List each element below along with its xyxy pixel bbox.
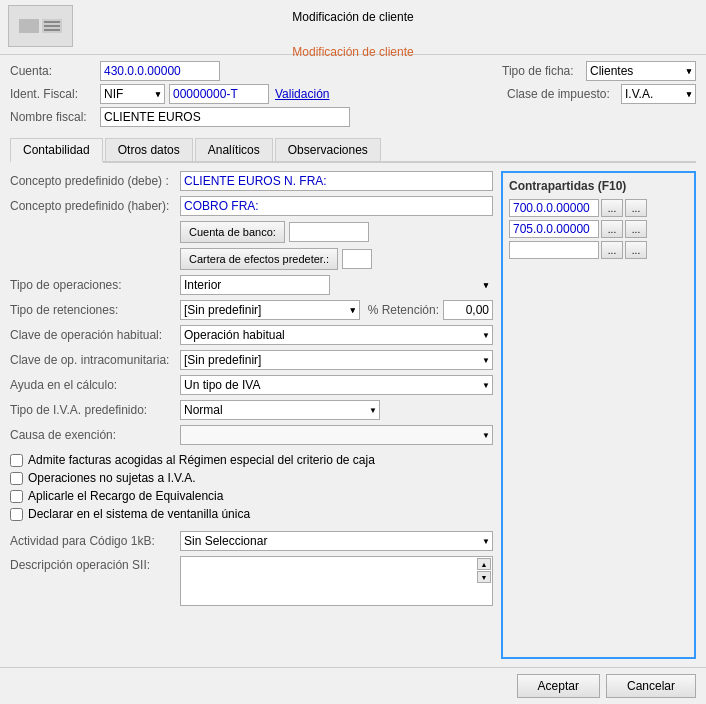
contra-btn-2b[interactable]: ... — [625, 220, 647, 238]
concepto-debe-label: Concepto predefinido (debe) : — [10, 174, 180, 188]
checkboxes-section: Admite facturas acogidas al Régimen espe… — [10, 453, 493, 521]
cancelar-button[interactable]: Cancelar — [606, 674, 696, 698]
clave-operacion-label: Clave de operación habitual: — [10, 328, 180, 342]
window-title: Modificación de cliente — [0, 0, 706, 34]
contra-row-3: ... ... — [509, 241, 688, 259]
ayuda-calculo-label: Ayuda en el cálculo: — [10, 378, 180, 392]
main-window: Modificación de cliente Modificación de … — [0, 0, 706, 704]
tipo-iva-label: Tipo de I.V.A. predefinido: — [10, 403, 180, 417]
contra-btn-2a[interactable]: ... — [601, 220, 623, 238]
cartera-row: Cartera de efectos predeter.: — [10, 248, 493, 270]
ident-fiscal-input[interactable] — [169, 84, 269, 104]
porcentaje-retencion-input[interactable] — [443, 300, 493, 320]
clase-impuesto-select[interactable]: I.V.A. — [621, 84, 696, 104]
tipo-retenciones-wrapper: [Sin predefinir] ▼ — [180, 300, 360, 320]
tab-analiticos[interactable]: Analíticos — [195, 138, 273, 161]
tipo-iva-row: Tipo de I.V.A. predefinido: Normal ▼ — [10, 400, 493, 420]
checkbox-ventanilla[interactable] — [10, 508, 23, 521]
ayuda-calculo-row: Ayuda en el cálculo: Un tipo de IVA ▼ — [10, 375, 493, 395]
contra-btn-1a[interactable]: ... — [601, 199, 623, 217]
checkbox-no-sujetas[interactable] — [10, 472, 23, 485]
contra-btn-3a[interactable]: ... — [601, 241, 623, 259]
checkbox-criterio-caja-label: Admite facturas acogidas al Régimen espe… — [28, 453, 375, 467]
validacion-link[interactable]: Validación — [275, 87, 329, 101]
checkbox-no-sujetas-label: Operaciones no sujetas a I.V.A. — [28, 471, 196, 485]
tipo-ficha-select[interactable]: Clientes — [586, 61, 696, 81]
nombre-fiscal-input[interactable] — [100, 107, 350, 127]
descripcion-label: Descripción operación SII: — [10, 556, 180, 572]
checkbox-row-2: Operaciones no sujetas a I.V.A. — [10, 471, 493, 485]
concepto-haber-input[interactable] — [180, 196, 493, 216]
left-panel: Concepto predefinido (debe) : Concepto p… — [10, 171, 493, 659]
app-logo — [8, 5, 73, 47]
descripcion-row: Descripción operación SII: ▲ ▼ — [10, 556, 493, 609]
tipo-operaciones-row: Tipo de operaciones: Interior ▼ — [10, 275, 493, 295]
cartera-button[interactable]: Cartera de efectos predeter.: — [180, 248, 338, 270]
nombre-fiscal-row: Nombre fiscal: — [10, 107, 696, 127]
tipo-ficha-label: Tipo de ficha: — [502, 64, 582, 78]
tipo-operaciones-wrapper: Interior ▼ — [180, 275, 493, 295]
contra-input-2[interactable] — [509, 220, 599, 238]
checkbox-criterio-caja[interactable] — [10, 454, 23, 467]
checkbox-ventanilla-label: Declarar en el sistema de ventanilla úni… — [28, 507, 250, 521]
concepto-haber-row: Concepto predefinido (haber): — [10, 196, 493, 216]
window-title-display: Modificación de cliente — [0, 34, 706, 59]
checkbox-row-3: Aplicarle el Recargo de Equivalencia — [10, 489, 493, 503]
contrapartidas-panel: Contrapartidas (F10) ... ... ... ... ...… — [501, 171, 696, 659]
content-columns: Concepto predefinido (debe) : Concepto p… — [10, 171, 696, 659]
clave-operacion-select[interactable]: Operación habitual — [180, 325, 493, 345]
contra-input-3[interactable] — [509, 241, 599, 259]
contra-input-1[interactable] — [509, 199, 599, 217]
actividad-row: Actividad para Código 1kB: Sin Seleccion… — [10, 531, 493, 551]
tab-observaciones[interactable]: Observaciones — [275, 138, 381, 161]
tipo-iva-select[interactable]: Normal — [180, 400, 380, 420]
header-section: Cuenta: Tipo de ficha: Clientes ▼ Ident.… — [0, 55, 706, 134]
contra-row-2: ... ... — [509, 220, 688, 238]
tipo-retenciones-label: Tipo de retenciones: — [10, 303, 180, 317]
clase-impuesto-wrapper: I.V.A. ▼ — [621, 84, 696, 104]
ident-type-wrapper: NIF ▼ — [100, 84, 165, 104]
clave-intracomunitaria-label: Clave de op. intracomunitaria: — [10, 353, 180, 367]
contra-btn-3b[interactable]: ... — [625, 241, 647, 259]
checkbox-recargo-label: Aplicarle el Recargo de Equivalencia — [28, 489, 223, 503]
tabs-bar: Contabilidad Otros datos Analíticos Obse… — [10, 138, 696, 163]
causa-exencion-row: Causa de exención: ▼ — [10, 425, 493, 445]
ident-type-select[interactable]: NIF — [100, 84, 165, 104]
descripcion-scroll-down[interactable]: ▼ — [477, 571, 491, 583]
cuenta-input[interactable] — [100, 61, 220, 81]
ayuda-calculo-select[interactable]: Un tipo de IVA — [180, 375, 493, 395]
contrapartidas-title: Contrapartidas (F10) — [509, 179, 688, 193]
tab-content: Concepto predefinido (debe) : Concepto p… — [0, 163, 706, 667]
checkbox-recargo[interactable] — [10, 490, 23, 503]
checkbox-row-4: Declarar en el sistema de ventanilla úni… — [10, 507, 493, 521]
cuenta-label: Cuenta: — [10, 64, 100, 78]
clave-operacion-row: Clave de operación habitual: Operación h… — [10, 325, 493, 345]
ident-fiscal-row: Ident. Fiscal: NIF ▼ Validación Clase de… — [10, 84, 696, 104]
ident-fiscal-label: Ident. Fiscal: — [10, 87, 100, 101]
descripcion-scroll-up[interactable]: ▲ — [477, 558, 491, 570]
actividad-label: Actividad para Código 1kB: — [10, 534, 180, 548]
checkbox-row-1: Admite facturas acogidas al Régimen espe… — [10, 453, 493, 467]
cuenta-banco-input[interactable] — [289, 222, 369, 242]
cuenta-banco-row: Cuenta de banco: — [10, 221, 493, 243]
nombre-fiscal-label: Nombre fiscal: — [10, 110, 100, 124]
contra-btn-1b[interactable]: ... — [625, 199, 647, 217]
actividad-select[interactable]: Sin Seleccionar — [180, 531, 493, 551]
concepto-debe-input[interactable] — [180, 171, 493, 191]
clase-impuesto-label: Clase de impuesto: — [507, 87, 617, 101]
tab-otros-datos[interactable]: Otros datos — [105, 138, 193, 161]
footer-bar: Aceptar Cancelar — [0, 667, 706, 704]
tipo-operaciones-label: Tipo de operaciones: — [10, 278, 180, 292]
clave-intracomunitaria-select[interactable]: [Sin predefinir] — [180, 350, 493, 370]
tab-contabilidad[interactable]: Contabilidad — [10, 138, 103, 163]
tipo-operaciones-select[interactable]: Interior — [180, 275, 330, 295]
concepto-haber-label: Concepto predefinido (haber): — [10, 199, 180, 213]
cartera-input[interactable] — [342, 249, 372, 269]
aceptar-button[interactable]: Aceptar — [517, 674, 600, 698]
tipo-retenciones-select[interactable]: [Sin predefinir] — [180, 300, 360, 320]
causa-exencion-label: Causa de exención: — [10, 428, 180, 442]
cuenta-banco-button[interactable]: Cuenta de banco: — [180, 221, 285, 243]
descripcion-textarea[interactable] — [180, 556, 493, 606]
tipo-ficha-wrapper: Clientes ▼ — [586, 61, 696, 81]
causa-exencion-select[interactable] — [180, 425, 493, 445]
